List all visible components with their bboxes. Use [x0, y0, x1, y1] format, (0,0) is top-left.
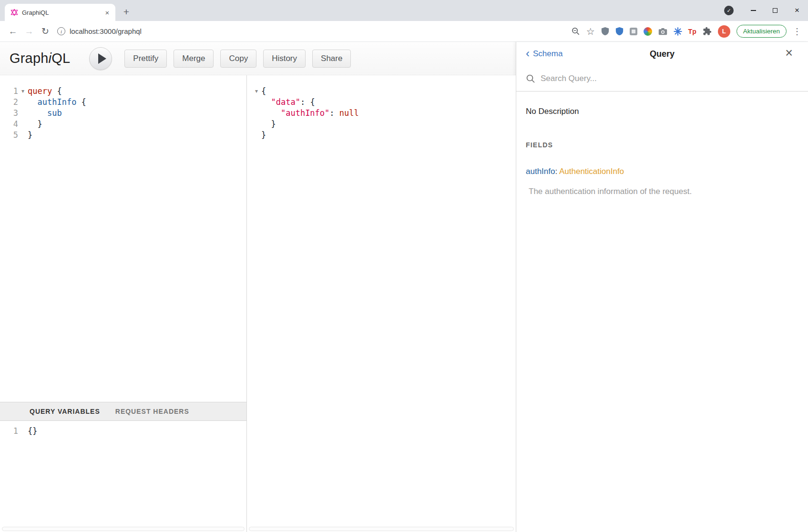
- code-text: {: [261, 86, 266, 97]
- type-name-link[interactable]: AuthenticationInfo: [559, 167, 624, 176]
- field-separator: :: [555, 167, 559, 176]
- code-line: 2 authInfo {: [0, 97, 246, 108]
- extension-shield-gray-icon[interactable]: [601, 27, 609, 36]
- doc-search-input[interactable]: [541, 74, 798, 83]
- window-maximize-button[interactable]: [764, 0, 786, 21]
- code-text: authInfo {: [28, 97, 86, 108]
- doc-back-link[interactable]: ‹ Schema: [526, 49, 563, 59]
- fold-gutter: [252, 119, 261, 130]
- extensions-puzzle-icon[interactable]: [703, 27, 712, 36]
- graphiql-logo: GraphiQL: [10, 51, 70, 66]
- graphiql-left-section: GraphiQL Prettify Merge Copy History Sha…: [0, 42, 516, 532]
- window-close-button[interactable]: ×: [786, 0, 808, 21]
- fold-gutter: [18, 119, 28, 130]
- tab-request-headers[interactable]: REQUEST HEADERS: [115, 408, 189, 415]
- graphql-favicon-icon: [10, 9, 18, 16]
- profile-avatar[interactable]: L: [718, 25, 730, 38]
- graphiql-app: GraphiQL Prettify Merge Copy History Sha…: [0, 42, 808, 532]
- forward-button[interactable]: →: [21, 24, 37, 39]
- window-minimize-button[interactable]: [742, 0, 764, 21]
- tab-close-icon[interactable]: ×: [103, 8, 112, 17]
- code-line: 3 sub: [0, 108, 246, 119]
- fold-gutter: [18, 130, 28, 141]
- fold-gutter: [18, 426, 28, 437]
- code-line: 1▾query {: [0, 86, 246, 97]
- fold-gutter: [252, 130, 261, 141]
- search-icon: [526, 74, 535, 83]
- graphiql-topbar: GraphiQL Prettify Merge Copy History Sha…: [0, 42, 516, 75]
- browser-update-button[interactable]: Aktualisieren: [736, 25, 787, 38]
- extension-square-icon[interactable]: [630, 28, 637, 35]
- code-text: }: [28, 119, 42, 130]
- extension-tampermonkey-icon[interactable]: Tp: [688, 28, 696, 35]
- copy-button[interactable]: Copy: [220, 50, 256, 68]
- fold-gutter: [252, 108, 261, 119]
- browser-toolbar: ← → ↻ i localhost:3000/graphql ☆: [0, 21, 808, 42]
- code-line: 5}: [0, 130, 246, 141]
- maximize-icon: [773, 8, 777, 13]
- code-line: "data": {: [252, 97, 516, 108]
- browser-tab-strip: GraphiQL × + ✓ ×: [0, 0, 808, 21]
- address-bar-input[interactable]: i localhost:3000/graphql: [57, 27, 571, 35]
- code-line: 1{}: [0, 426, 246, 437]
- code-line: "authInfo": null: [252, 108, 516, 119]
- response-pane: ▾{ "data": { "authInfo": null }}: [246, 75, 516, 532]
- line-number: 4: [0, 119, 18, 130]
- merge-button[interactable]: Merge: [174, 50, 214, 68]
- code-line: 4 }: [0, 119, 246, 130]
- editors-area: 1▾query {2 authInfo {3 sub4 }5} QUERY VA…: [0, 75, 516, 532]
- fold-arrow-icon[interactable]: ▾: [18, 86, 28, 97]
- code-text: {}: [28, 426, 37, 437]
- prettify-button[interactable]: Prettify: [124, 50, 167, 68]
- site-info-icon[interactable]: i: [57, 27, 65, 35]
- horizontal-scrollbar[interactable]: [249, 527, 514, 531]
- browser-tab-graphiql[interactable]: GraphiQL ×: [5, 4, 115, 21]
- fold-gutter: [18, 97, 28, 108]
- browser-update-badge-icon[interactable]: ✓: [724, 6, 734, 15]
- doc-close-icon[interactable]: ×: [785, 46, 793, 61]
- new-tab-button[interactable]: +: [119, 5, 133, 19]
- code-line: ▾{: [252, 86, 516, 97]
- code-text: query {: [28, 86, 62, 97]
- extension-shield-blue-icon[interactable]: [615, 27, 624, 36]
- extension-asterisk-icon[interactable]: [674, 27, 682, 36]
- zoom-icon[interactable]: [571, 27, 580, 36]
- bookmark-star-icon[interactable]: ☆: [586, 26, 595, 37]
- url-text: localhost:3000/graphql: [70, 27, 142, 35]
- line-number: 1: [0, 86, 18, 97]
- extension-camera-icon[interactable]: [658, 28, 667, 35]
- doc-explorer-header: ‹ Schema Query ×: [516, 42, 808, 66]
- response-viewer[interactable]: ▾{ "data": { "authInfo": null }}: [247, 75, 516, 141]
- line-number: 3: [0, 108, 18, 119]
- history-button[interactable]: History: [263, 50, 306, 68]
- window-controls: ✓ ×: [724, 0, 808, 21]
- code-line: }: [252, 130, 516, 141]
- line-number: 1: [0, 426, 18, 437]
- query-editor[interactable]: 1▾query {2 authInfo {3 sub4 }5}: [0, 75, 246, 402]
- reload-button[interactable]: ↻: [37, 24, 53, 39]
- logo-text-post: QL: [51, 51, 70, 66]
- tab-query-variables[interactable]: QUERY VARIABLES: [30, 408, 100, 415]
- doc-field-item: authInfo: AuthenticationInfo: [526, 167, 798, 176]
- execute-query-button[interactable]: [89, 47, 112, 70]
- back-button[interactable]: ←: [5, 24, 21, 39]
- doc-fields-heading: FIELDS: [526, 141, 798, 149]
- horizontal-scrollbar[interactable]: [2, 527, 245, 531]
- toolbar-actions: ☆ Tp L Aktualisieren ⋮: [571, 25, 803, 38]
- field-description: The authentication information of the re…: [526, 187, 798, 196]
- extension-pinwheel-icon[interactable]: [644, 27, 652, 36]
- field-name-link[interactable]: authInfo: [526, 167, 555, 176]
- query-variables-editor[interactable]: 1{}: [0, 421, 246, 532]
- browser-window: GraphiQL × + ✓ × ← → ↻ i localhost:3000/…: [0, 0, 808, 532]
- code-text: sub: [28, 108, 62, 119]
- browser-menu-icon[interactable]: ⋮: [793, 26, 801, 37]
- query-pane: 1▾query {2 authInfo {3 sub4 }5} QUERY VA…: [0, 75, 246, 532]
- line-number: 5: [0, 130, 18, 141]
- play-icon: [98, 53, 106, 64]
- doc-content: No Description FIELDS authInfo: Authenti…: [516, 92, 808, 206]
- code-text: "authInfo": null: [261, 108, 359, 119]
- code-text: "data": {: [261, 97, 315, 108]
- doc-explorer: ‹ Schema Query × No Description FIELDS a…: [516, 42, 808, 532]
- fold-arrow-icon[interactable]: ▾: [252, 86, 261, 97]
- share-button[interactable]: Share: [312, 50, 351, 68]
